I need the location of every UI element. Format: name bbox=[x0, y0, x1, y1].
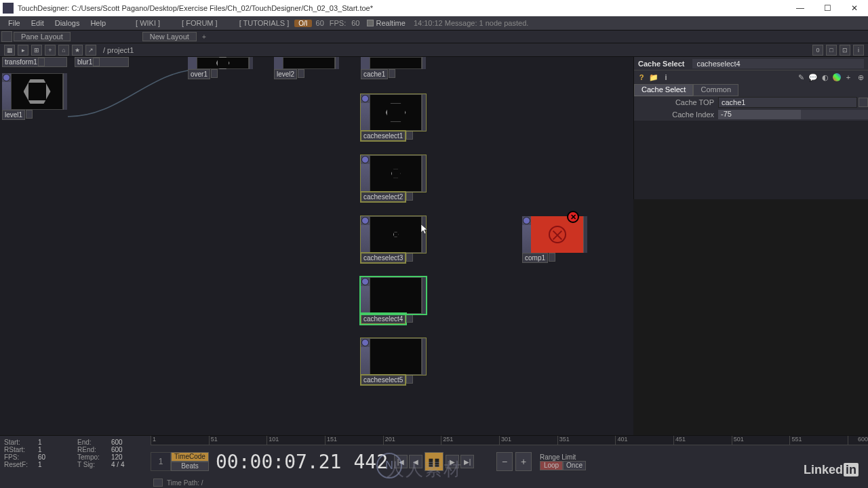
node-cacheselect3[interactable]: cacheselect3 bbox=[361, 216, 426, 263]
node-cacheselect5[interactable]: cacheselect5 bbox=[361, 338, 426, 385]
minimize-button[interactable]: — bbox=[787, 0, 814, 16]
node-viewer[interactable] bbox=[283, 57, 335, 69]
cache-index-slider[interactable]: -75 bbox=[718, 110, 868, 119]
pane-layout-button[interactable]: Pane Layout bbox=[14, 32, 71, 41]
node-strip[interactable] bbox=[361, 286, 370, 314]
network-path[interactable]: / project1 bbox=[98, 46, 139, 54]
node-level1[interactable]: level1 bbox=[2, 73, 67, 120]
node-strip[interactable] bbox=[361, 347, 370, 375]
node-cacheselect2[interactable]: cacheselect2 bbox=[361, 155, 426, 202]
viewer-icon[interactable] bbox=[361, 217, 369, 224]
link-forum[interactable]: [ FORUM ] bbox=[178, 19, 222, 27]
node-strip[interactable] bbox=[361, 103, 370, 131]
node-output[interactable] bbox=[422, 57, 426, 69]
picker-icon[interactable] bbox=[859, 98, 868, 107]
node-flag[interactable] bbox=[26, 110, 33, 119]
node-viewer[interactable] bbox=[11, 73, 63, 110]
once-button[interactable]: Once bbox=[563, 461, 586, 470]
node-flag[interactable] bbox=[406, 314, 413, 323]
node-side[interactable] bbox=[361, 338, 370, 375]
node-flag[interactable] bbox=[406, 131, 413, 140]
pathbar-right-2[interactable]: □ bbox=[826, 45, 837, 56]
timecode-display[interactable]: 00:00:07.21 bbox=[216, 451, 341, 473]
node-strip[interactable] bbox=[522, 225, 531, 253]
node-viewer[interactable] bbox=[370, 57, 422, 69]
fps-value[interactable]: 60 bbox=[38, 453, 72, 461]
node-cache1[interactable]: cache1 bbox=[361, 57, 426, 80]
error-badge-icon[interactable]: ✕ bbox=[567, 211, 579, 223]
nav-home-icon[interactable]: ⌂ bbox=[58, 45, 69, 56]
add-layout-icon[interactable]: + bbox=[202, 33, 206, 41]
tag-icon[interactable]: ◐ bbox=[821, 73, 830, 82]
loop-button[interactable]: Loop bbox=[540, 461, 563, 470]
node-output[interactable] bbox=[422, 155, 426, 192]
node-cacheselect1[interactable]: cacheselect1 bbox=[361, 94, 426, 141]
node-side[interactable] bbox=[361, 94, 370, 131]
lang-icon[interactable]: ✎ bbox=[796, 73, 806, 82]
maximize-button[interactable]: ☐ bbox=[814, 0, 841, 16]
comment-icon[interactable]: 💬 bbox=[808, 73, 818, 82]
nav-back-icon[interactable]: ▸ bbox=[18, 45, 28, 56]
start-value[interactable]: 1 bbox=[38, 439, 72, 446]
node-flag[interactable] bbox=[549, 253, 555, 262]
new-layout-button[interactable]: New Layout bbox=[142, 32, 197, 41]
end-value[interactable]: 600 bbox=[111, 439, 145, 446]
nav-split-icon[interactable]: ⊞ bbox=[31, 45, 42, 56]
frame-input[interactable]: 1 bbox=[151, 452, 171, 471]
node-strip[interactable] bbox=[2, 82, 11, 110]
network-editor[interactable]: transform1 blur1 level1 over1 level2 cac… bbox=[0, 57, 633, 435]
node-flag[interactable] bbox=[406, 375, 413, 384]
node-side[interactable] bbox=[361, 155, 370, 192]
node-blur1[interactable]: blur1 bbox=[75, 57, 140, 68]
pane-menu-icon[interactable] bbox=[1, 31, 12, 42]
nav-bookmark-icon[interactable]: ★ bbox=[72, 45, 83, 56]
node-flag[interactable] bbox=[38, 58, 45, 66]
menu-edit[interactable]: Edit bbox=[26, 19, 50, 27]
tab-common[interactable]: Common bbox=[693, 84, 738, 96]
close-button[interactable]: ✕ bbox=[841, 0, 868, 16]
node-output[interactable] bbox=[63, 73, 67, 110]
viewer-icon[interactable] bbox=[3, 74, 10, 81]
timecode-button[interactable]: TimeCode bbox=[171, 452, 209, 462]
range-plus-button[interactable]: + bbox=[515, 452, 532, 471]
nav-add-icon[interactable]: + bbox=[45, 45, 56, 56]
realtime-toggle[interactable]: Realtime bbox=[367, 19, 406, 27]
help-icon[interactable]: ? bbox=[637, 73, 646, 82]
node-over1[interactable]: over1 bbox=[188, 57, 253, 80]
tab-cache-select[interactable]: Cache Select bbox=[634, 84, 693, 96]
color-icon[interactable] bbox=[833, 73, 841, 81]
node-output[interactable] bbox=[249, 57, 253, 69]
viewer-icon[interactable] bbox=[361, 339, 369, 346]
node-side[interactable] bbox=[2, 73, 11, 110]
node-flag[interactable] bbox=[406, 253, 413, 262]
node-output[interactable] bbox=[422, 94, 426, 131]
file-icon[interactable]: 📁 bbox=[649, 73, 658, 82]
rend-value[interactable]: 600 bbox=[111, 446, 145, 453]
pathbar-right-3[interactable]: ⊡ bbox=[840, 45, 850, 56]
node-output[interactable] bbox=[335, 57, 339, 69]
info-icon[interactable]: i bbox=[661, 73, 671, 82]
timeline-ruler[interactable]: 1 51 101 151 201 251 301 351 401 451 501… bbox=[151, 436, 868, 445]
pathbar-right-4[interactable]: i bbox=[853, 45, 864, 56]
pane-type-icon[interactable]: ▦ bbox=[4, 45, 15, 56]
nav-link-icon[interactable]: ↗ bbox=[85, 45, 96, 56]
pathbar-right-1[interactable]: 0 bbox=[812, 45, 823, 56]
range-minus-button[interactable]: − bbox=[496, 452, 513, 471]
step-fwd-icon[interactable]: ▶| bbox=[460, 455, 474, 468]
node-flag[interactable] bbox=[93, 58, 100, 66]
link-wiki[interactable]: [ WIKI ] bbox=[132, 19, 164, 27]
node-flag[interactable] bbox=[406, 192, 413, 201]
node-viewer[interactable] bbox=[370, 216, 422, 253]
viewer-icon[interactable] bbox=[361, 156, 369, 163]
node-level2[interactable]: level2 bbox=[274, 57, 339, 80]
viewer-icon[interactable] bbox=[361, 95, 369, 102]
node-viewer[interactable] bbox=[197, 57, 249, 69]
link-tutorials[interactable]: [ TUTORIALS ] bbox=[235, 19, 294, 27]
beats-button[interactable]: Beats bbox=[171, 462, 209, 471]
node-output[interactable] bbox=[583, 216, 587, 253]
node-flag[interactable] bbox=[389, 69, 395, 78]
node-flag[interactable] bbox=[211, 69, 218, 78]
node-flag[interactable] bbox=[298, 69, 304, 78]
node-side[interactable] bbox=[274, 57, 283, 69]
viewer-icon[interactable] bbox=[361, 278, 369, 285]
